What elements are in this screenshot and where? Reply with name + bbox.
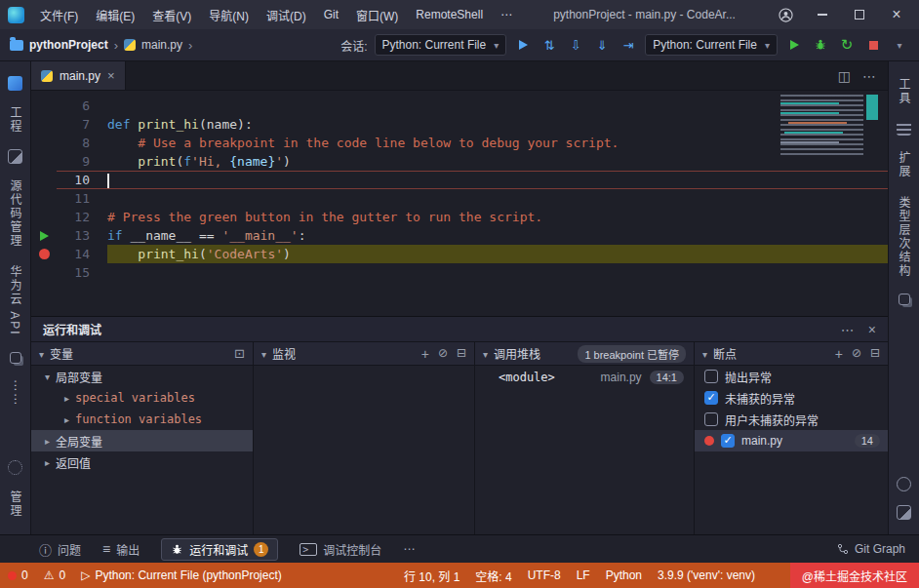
collapse-watch-icon[interactable]	[457, 346, 466, 362]
checkbox-checked[interactable]	[704, 391, 718, 405]
run-button[interactable]	[784, 35, 804, 55]
install-icon[interactable]	[592, 35, 612, 55]
interpreter-select[interactable]: Python: Current File	[375, 34, 507, 56]
stop-options-caret[interactable]	[890, 35, 909, 55]
code-line[interactable]: 12# Press the green button in the gutter…	[31, 208, 888, 226]
structure-icon[interactable]	[899, 294, 910, 305]
sidebar-item-huawei-cloud-api[interactable]: 华为云 API	[7, 265, 23, 336]
error-count[interactable]: 0	[8, 568, 28, 582]
checkbox-unchecked[interactable]	[704, 412, 718, 426]
panel-close-icon[interactable]	[868, 322, 876, 337]
stack-frame[interactable]: <module> main.py 14:1	[475, 366, 694, 389]
language-mode[interactable]: Python	[606, 568, 642, 582]
breakpoint-row-main-py[interactable]: main.py14	[695, 430, 888, 451]
breakpoint-row[interactable]: 抛出异常	[695, 366, 888, 387]
menu-more[interactable]: ⋯	[493, 5, 520, 24]
maximize-button[interactable]	[843, 2, 876, 27]
menu-file[interactable]: 文件(F)	[32, 4, 86, 26]
tab-close-icon[interactable]	[107, 68, 115, 83]
code-line-paused[interactable]: 14 print_hi('CodeArts')	[31, 245, 888, 263]
sidebar-item-project[interactable]: 工程	[7, 106, 23, 134]
tab-problems[interactable]: 问题	[39, 540, 81, 559]
code-editor[interactable]: 6 7def print_hi(name): 8 # Use a breakpo…	[31, 91, 888, 316]
remove-all-breakpoints-icon[interactable]	[870, 346, 880, 362]
layers-icon[interactable]	[10, 352, 21, 364]
open-in-editor-icon[interactable]	[234, 346, 245, 361]
editor-tab-main-py[interactable]: main.py	[31, 61, 126, 90]
watch-header[interactable]: 监视	[254, 342, 474, 366]
breakpoint-gutter[interactable]	[31, 245, 57, 263]
checkbox-checked[interactable]	[721, 434, 735, 448]
add-watch-icon[interactable]	[421, 346, 429, 362]
gear-icon[interactable]	[8, 460, 22, 475]
tab-run-debug[interactable]: 运行和调试 1	[161, 538, 278, 561]
bookmarks-icon[interactable]	[897, 505, 911, 520]
menu-debug[interactable]: 调试(D)	[259, 4, 314, 26]
menu-window[interactable]: 窗口(W)	[348, 4, 406, 26]
debug-button[interactable]	[811, 35, 830, 55]
variables-node-special[interactable]: special variables	[31, 387, 253, 409]
run-config-select[interactable]: Python: Current File	[645, 34, 778, 56]
code-line[interactable]: 11	[31, 189, 888, 208]
breakpoint-icon[interactable]	[39, 249, 50, 259]
sidebar-more-icon[interactable]: ⋯	[9, 379, 22, 407]
variables-node-return[interactable]: 返回值	[31, 451, 253, 473]
variables-node-global[interactable]: 全局变量	[31, 430, 253, 451]
code-line[interactable]: 8 # Use a breakpoint in the code line be…	[31, 134, 888, 152]
variables-header[interactable]: 变量	[31, 342, 253, 366]
menu-remoteshell[interactable]: RemoteShell	[408, 5, 491, 24]
toggle-breakpoints-icon[interactable]	[852, 346, 861, 362]
breakpoint-gutter[interactable]	[31, 208, 57, 226]
restart-button[interactable]	[837, 35, 857, 55]
tab-output[interactable]: 输出	[102, 541, 140, 558]
encoding[interactable]: UTF-8	[528, 568, 561, 582]
variables-node-function[interactable]: function variables	[31, 409, 253, 430]
add-breakpoint-icon[interactable]	[835, 346, 843, 362]
breakpoint-gutter[interactable]	[31, 171, 57, 189]
run-file-icon[interactable]	[513, 35, 533, 55]
panel-more-icon[interactable]	[841, 322, 855, 337]
variables-node-local[interactable]: 局部变量	[31, 366, 253, 387]
cursor-position[interactable]: 行 10, 列 1	[404, 568, 460, 584]
minimap-slider[interactable]	[866, 95, 878, 120]
sidebar-item-source-control[interactable]: 源代码管理	[7, 179, 23, 248]
python-interpreter[interactable]: 3.9.9 ('venv': venv)	[658, 568, 755, 582]
notifications-icon[interactable]	[897, 477, 911, 491]
close-button[interactable]	[880, 2, 913, 27]
run-line-icon[interactable]	[40, 231, 49, 241]
breakpoint-row[interactable]: 用户未捕获的异常	[695, 409, 888, 430]
menu-view[interactable]: 查看(V)	[144, 4, 199, 26]
code-line[interactable]: 13if __name__ == '__main__':	[31, 226, 888, 245]
extensions-icon[interactable]	[897, 121, 911, 136]
breakpoint-gutter[interactable]	[31, 152, 57, 171]
breadcrumb-file[interactable]: main.py	[141, 38, 182, 52]
sidebar-item-extensions[interactable]: 扩展	[896, 151, 912, 178]
code-line[interactable]: 9 print(f'Hi, {name}')	[31, 152, 888, 171]
sidebar-item-type-hierarchy[interactable]: 类型层次结构	[896, 196, 912, 278]
breakpoint-gutter[interactable]	[31, 263, 57, 282]
tab-git-graph[interactable]: Git Graph	[837, 542, 905, 556]
code-line-current[interactable]: 10	[31, 171, 888, 189]
eol-setting[interactable]: LF	[577, 568, 590, 582]
breakpoints-header[interactable]: 断点	[695, 342, 888, 366]
breakpoint-row[interactable]: 未捕获的异常	[695, 387, 888, 409]
download-icon[interactable]	[566, 35, 585, 55]
split-editor-icon[interactable]	[838, 68, 851, 84]
code-line[interactable]: 7def print_hi(name):	[31, 115, 888, 134]
sync-icon[interactable]	[539, 35, 559, 55]
run-status[interactable]: Python: Current File (pythonProject)	[81, 568, 282, 582]
breakpoint-gutter[interactable]	[31, 189, 57, 208]
checkbox-unchecked[interactable]	[704, 370, 718, 383]
account-icon[interactable]	[769, 2, 802, 27]
warning-count[interactable]: 0	[44, 568, 65, 582]
code-line[interactable]: 6	[31, 97, 888, 115]
preview-icon[interactable]	[8, 149, 22, 164]
stop-button[interactable]	[863, 35, 883, 55]
menu-git[interactable]: Git	[316, 5, 346, 24]
sidebar-item-manage[interactable]: 管理	[7, 490, 23, 518]
code-line[interactable]: 15	[31, 263, 888, 282]
run-to-cursor-icon[interactable]	[619, 35, 638, 55]
breadcrumb-project[interactable]: pythonProject	[29, 38, 108, 52]
callstack-header[interactable]: 调用堆栈 1 breakpoint 已暂停	[475, 342, 694, 366]
editor-more-icon[interactable]	[862, 68, 876, 84]
